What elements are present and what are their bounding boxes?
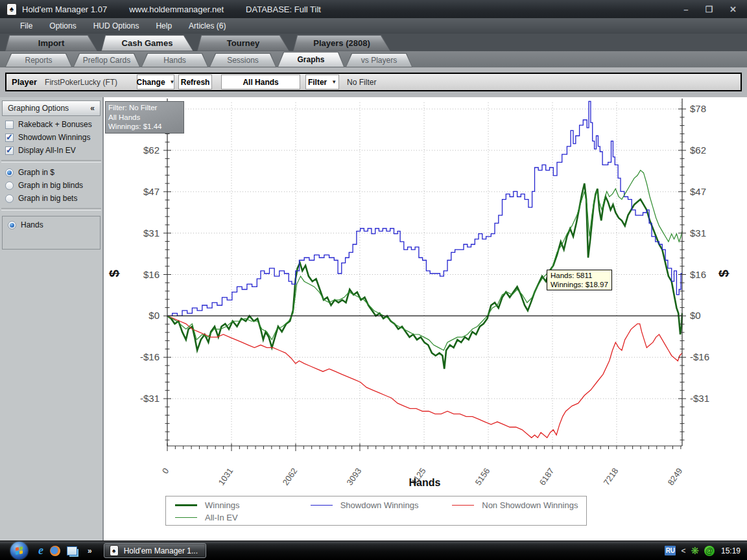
legend-label: Winnings xyxy=(205,500,239,510)
svg-text:$47: $47 xyxy=(143,186,160,197)
checkbox-icon[interactable] xyxy=(5,134,14,142)
minimize-icon[interactable]: – xyxy=(683,5,688,14)
hover-tooltip: Hands: 5811 Winnings: $18.97 xyxy=(547,270,612,290)
legend-item: All-In EV xyxy=(175,513,313,522)
svg-text:$47: $47 xyxy=(690,186,706,197)
svg-text:1031: 1031 xyxy=(217,466,235,487)
window-controls: – ❒ ✕ xyxy=(683,5,747,14)
taskbar: e » ♠ Hold'em Manager 1... RU < ❋ @ 15:1… xyxy=(0,541,747,560)
svg-text:-$16: -$16 xyxy=(140,351,160,362)
quick-launch-overflow-chevron[interactable]: » xyxy=(88,546,92,555)
legend-item: Winnings xyxy=(175,500,311,510)
svg-text:$: $ xyxy=(106,270,121,277)
show-desktop-icon[interactable] xyxy=(67,546,77,555)
tab-reports[interactable]: Reports xyxy=(5,53,72,67)
radio-graph-in-dollars[interactable]: Graph in $ xyxy=(5,168,102,177)
menu-articles[interactable]: Articles (6) xyxy=(180,21,234,30)
svg-text:$0: $0 xyxy=(148,310,160,321)
radio-icon[interactable] xyxy=(8,221,16,229)
internet-explorer-icon[interactable]: e xyxy=(38,544,43,557)
divider xyxy=(1,160,101,163)
menu-help[interactable]: Help xyxy=(147,21,180,30)
maximize-icon[interactable]: ❒ xyxy=(705,5,713,14)
menu-hud-options[interactable]: HUD Options xyxy=(85,21,148,30)
svg-text:8249: 8249 xyxy=(666,466,685,487)
tab-import[interactable]: Import xyxy=(5,35,97,51)
svg-text:2062: 2062 xyxy=(281,466,300,487)
tab-graphs[interactable]: Graphs xyxy=(278,52,344,67)
checkbox-icon[interactable] xyxy=(5,146,14,155)
radio-hands[interactable]: Hands xyxy=(8,220,100,229)
menu-file[interactable]: File xyxy=(12,21,41,30)
svg-text:$0: $0 xyxy=(690,310,701,321)
svg-text:-$16: -$16 xyxy=(690,351,709,362)
legend-line-swatch xyxy=(452,505,474,506)
change-player-button[interactable]: Change ▼ xyxy=(137,75,174,89)
start-button[interactable] xyxy=(10,542,28,559)
tab-preflop-cards[interactable]: Preflop Cards xyxy=(73,53,140,67)
main-content: Graphing Options « Rakeback + Bonuses Sh… xyxy=(0,97,747,541)
legend-label: Non Showdown Winnings xyxy=(482,500,578,510)
player-name: FirstPokerLucky (FT) xyxy=(45,78,117,87)
svg-text:$62: $62 xyxy=(143,145,160,156)
taskbar-clock: 15:19 xyxy=(721,546,741,555)
tab-vs-players[interactable]: vs Players xyxy=(346,53,412,67)
filter-value: No Filter xyxy=(347,78,376,87)
graphing-options-panel: Graphing Options « Rakeback + Bonuses Sh… xyxy=(0,97,104,541)
filter-button[interactable]: Filter ▼ xyxy=(305,75,339,89)
language-indicator[interactable]: RU xyxy=(665,546,676,555)
all-hands-box[interactable]: All Hands xyxy=(221,75,300,89)
graphing-options-header[interactable]: Graphing Options « xyxy=(2,100,101,116)
menu-bar: File Options HUD Options Help Articles (… xyxy=(0,18,747,34)
radio-icon[interactable] xyxy=(5,194,14,203)
tab-sessions[interactable]: Sessions xyxy=(209,53,276,67)
checkbox-showdown-winnings[interactable]: Showdown Winnings xyxy=(5,133,102,142)
system-tray: RU < ❋ @ 15:19 xyxy=(665,545,747,557)
radio-icon[interactable] xyxy=(5,181,14,190)
radio-graph-in-big-blinds[interactable]: Graph in big blinds xyxy=(5,181,102,190)
app-spade-icon: ♠ xyxy=(6,3,17,16)
desktop: ♠ Hold'em Manager 1.07 www.holdemmanager… xyxy=(0,0,747,560)
collapse-panel-icon[interactable]: « xyxy=(90,104,95,113)
icq-flower-icon[interactable]: ❋ xyxy=(691,545,699,557)
checkbox-display-allin-ev[interactable]: Display All-In EV xyxy=(5,146,102,155)
tab-tourney[interactable]: Tourney xyxy=(197,35,289,51)
legend-label: All-In EV xyxy=(205,513,238,522)
title-bar: ♠ Hold'em Manager 1.07 www.holdemmanager… xyxy=(0,0,747,18)
taskbar-task-holdem-manager[interactable]: ♠ Hold'em Manager 1... xyxy=(104,543,206,558)
svg-text:$16: $16 xyxy=(690,269,706,280)
sub-tab-strip: Reports Preflop Cards Hands Sessions Gra… xyxy=(0,51,747,67)
svg-text:5156: 5156 xyxy=(473,466,492,487)
checkbox-icon[interactable] xyxy=(5,121,14,129)
svg-text:-$31: -$31 xyxy=(140,393,160,404)
legend-label: Showdown Winnings xyxy=(340,500,419,510)
window-site: www.holdemmanager.net xyxy=(129,5,224,14)
player-bar: Player FirstPokerLucky (FT) Change ▼ Ref… xyxy=(5,73,742,91)
svg-text:$31: $31 xyxy=(143,228,160,239)
svg-text:Hands: Hands xyxy=(409,477,441,488)
menu-options[interactable]: Options xyxy=(41,21,84,30)
icq-status-icon[interactable]: @ xyxy=(704,546,715,556)
firefox-icon[interactable] xyxy=(50,546,60,556)
close-icon[interactable]: ✕ xyxy=(729,5,737,14)
legend-item: Showdown Winnings xyxy=(311,500,453,510)
winnings-graph: $78$78$62$62$47$47$31$31$16$16$0$0-$16-$… xyxy=(104,97,747,541)
main-tab-strip: Import Cash Games Tourney Players (2808) xyxy=(0,34,747,51)
tab-cash-games[interactable]: Cash Games xyxy=(101,35,193,51)
svg-text:$78: $78 xyxy=(690,103,706,114)
app-spade-icon: ♠ xyxy=(110,545,119,556)
tray-collapse-icon[interactable]: < xyxy=(681,546,685,555)
radio-icon[interactable] xyxy=(5,169,14,177)
radio-graph-in-big-bets[interactable]: Graph in big bets xyxy=(5,194,102,203)
chevron-down-icon: ▼ xyxy=(170,79,175,85)
checkbox-rakeback-bonuses[interactable]: Rakeback + Bonuses xyxy=(5,120,102,129)
svg-text:6187: 6187 xyxy=(538,466,556,487)
refresh-button[interactable]: Refresh xyxy=(178,75,212,89)
tab-hands[interactable]: Hands xyxy=(141,53,208,67)
tab-players[interactable]: Players (2808) xyxy=(293,35,390,51)
graph-canvas[interactable]: $78$78$62$62$47$47$31$31$16$16$0$0-$16-$… xyxy=(104,97,747,541)
svg-text:3093: 3093 xyxy=(345,466,364,487)
chevron-down-icon: ▼ xyxy=(331,79,337,85)
quick-launch: e » xyxy=(38,544,92,557)
windows-flag-icon xyxy=(16,546,23,555)
